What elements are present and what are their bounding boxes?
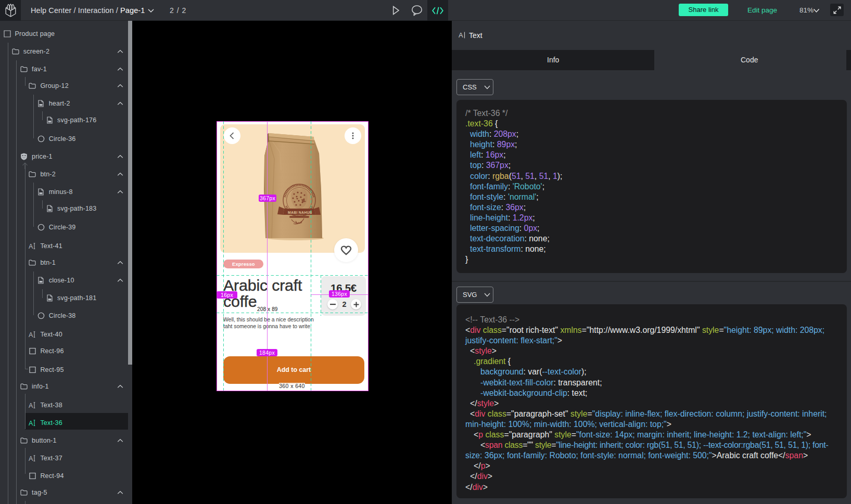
svg-text:A: A — [29, 402, 33, 409]
svg-text:A: A — [29, 243, 33, 250]
svg-text:A: A — [459, 31, 463, 39]
svg-text:A: A — [29, 420, 33, 427]
svg-text:A: A — [29, 455, 33, 462]
svg-text:A: A — [29, 331, 33, 338]
